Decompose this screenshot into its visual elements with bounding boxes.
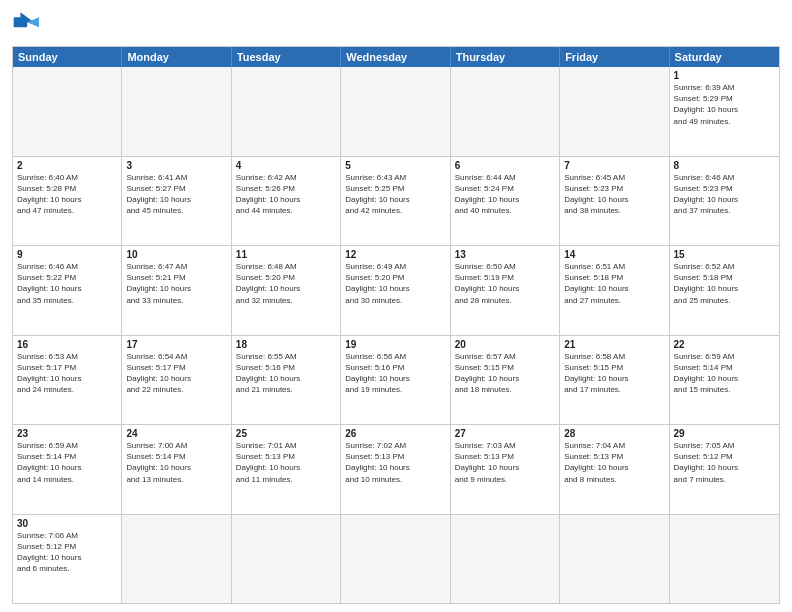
day-info: Sunrise: 6:57 AM Sunset: 5:15 PM Dayligh… xyxy=(455,351,555,396)
calendar-cell: 1Sunrise: 6:39 AM Sunset: 5:29 PM Daylig… xyxy=(670,67,779,156)
calendar-cell xyxy=(560,515,669,604)
calendar-cell xyxy=(122,515,231,604)
calendar-cell: 17Sunrise: 6:54 AM Sunset: 5:17 PM Dayli… xyxy=(122,336,231,425)
header-day-thursday: Thursday xyxy=(451,47,560,67)
calendar: SundayMondayTuesdayWednesdayThursdayFrid… xyxy=(12,46,780,604)
day-number: 16 xyxy=(17,339,117,350)
day-info: Sunrise: 7:05 AM Sunset: 5:12 PM Dayligh… xyxy=(674,440,775,485)
calendar-cell: 18Sunrise: 6:55 AM Sunset: 5:16 PM Dayli… xyxy=(232,336,341,425)
calendar-row-2: 9Sunrise: 6:46 AM Sunset: 5:22 PM Daylig… xyxy=(13,245,779,335)
day-number: 18 xyxy=(236,339,336,350)
calendar-cell: 5Sunrise: 6:43 AM Sunset: 5:25 PM Daylig… xyxy=(341,157,450,246)
day-info: Sunrise: 6:41 AM Sunset: 5:27 PM Dayligh… xyxy=(126,172,226,217)
calendar-cell: 30Sunrise: 7:06 AM Sunset: 5:12 PM Dayli… xyxy=(13,515,122,604)
day-number: 29 xyxy=(674,428,775,439)
header xyxy=(12,10,780,38)
calendar-cell: 12Sunrise: 6:49 AM Sunset: 5:20 PM Dayli… xyxy=(341,246,450,335)
day-info: Sunrise: 6:49 AM Sunset: 5:20 PM Dayligh… xyxy=(345,261,445,306)
calendar-cell: 20Sunrise: 6:57 AM Sunset: 5:15 PM Dayli… xyxy=(451,336,560,425)
calendar-cell: 3Sunrise: 6:41 AM Sunset: 5:27 PM Daylig… xyxy=(122,157,231,246)
calendar-cell: 23Sunrise: 6:59 AM Sunset: 5:14 PM Dayli… xyxy=(13,425,122,514)
day-number: 24 xyxy=(126,428,226,439)
calendar-cell xyxy=(341,515,450,604)
calendar-cell: 29Sunrise: 7:05 AM Sunset: 5:12 PM Dayli… xyxy=(670,425,779,514)
calendar-cell: 26Sunrise: 7:02 AM Sunset: 5:13 PM Dayli… xyxy=(341,425,450,514)
day-number: 21 xyxy=(564,339,664,350)
day-number: 13 xyxy=(455,249,555,260)
day-info: Sunrise: 6:44 AM Sunset: 5:24 PM Dayligh… xyxy=(455,172,555,217)
day-info: Sunrise: 6:59 AM Sunset: 5:14 PM Dayligh… xyxy=(674,351,775,396)
day-info: Sunrise: 6:47 AM Sunset: 5:21 PM Dayligh… xyxy=(126,261,226,306)
calendar-cell: 4Sunrise: 6:42 AM Sunset: 5:26 PM Daylig… xyxy=(232,157,341,246)
day-info: Sunrise: 6:48 AM Sunset: 5:20 PM Dayligh… xyxy=(236,261,336,306)
calendar-cell: 11Sunrise: 6:48 AM Sunset: 5:20 PM Dayli… xyxy=(232,246,341,335)
day-info: Sunrise: 6:45 AM Sunset: 5:23 PM Dayligh… xyxy=(564,172,664,217)
day-info: Sunrise: 6:53 AM Sunset: 5:17 PM Dayligh… xyxy=(17,351,117,396)
calendar-cell: 14Sunrise: 6:51 AM Sunset: 5:18 PM Dayli… xyxy=(560,246,669,335)
day-number: 2 xyxy=(17,160,117,171)
calendar-cell: 28Sunrise: 7:04 AM Sunset: 5:13 PM Dayli… xyxy=(560,425,669,514)
header-day-monday: Monday xyxy=(122,47,231,67)
day-number: 10 xyxy=(126,249,226,260)
calendar-row-3: 16Sunrise: 6:53 AM Sunset: 5:17 PM Dayli… xyxy=(13,335,779,425)
day-number: 11 xyxy=(236,249,336,260)
calendar-cell xyxy=(560,67,669,156)
day-info: Sunrise: 6:55 AM Sunset: 5:16 PM Dayligh… xyxy=(236,351,336,396)
day-number: 19 xyxy=(345,339,445,350)
logo xyxy=(12,10,48,38)
calendar-cell: 21Sunrise: 6:58 AM Sunset: 5:15 PM Dayli… xyxy=(560,336,669,425)
calendar-row-1: 2Sunrise: 6:40 AM Sunset: 5:28 PM Daylig… xyxy=(13,156,779,246)
header-day-friday: Friday xyxy=(560,47,669,67)
calendar-cell xyxy=(451,67,560,156)
day-number: 20 xyxy=(455,339,555,350)
header-day-tuesday: Tuesday xyxy=(232,47,341,67)
calendar-cell xyxy=(13,67,122,156)
day-number: 14 xyxy=(564,249,664,260)
day-info: Sunrise: 6:46 AM Sunset: 5:23 PM Dayligh… xyxy=(674,172,775,217)
day-number: 22 xyxy=(674,339,775,350)
day-info: Sunrise: 6:39 AM Sunset: 5:29 PM Dayligh… xyxy=(674,82,775,127)
day-number: 4 xyxy=(236,160,336,171)
day-info: Sunrise: 6:54 AM Sunset: 5:17 PM Dayligh… xyxy=(126,351,226,396)
day-number: 28 xyxy=(564,428,664,439)
calendar-cell: 6Sunrise: 6:44 AM Sunset: 5:24 PM Daylig… xyxy=(451,157,560,246)
day-info: Sunrise: 6:51 AM Sunset: 5:18 PM Dayligh… xyxy=(564,261,664,306)
day-number: 1 xyxy=(674,70,775,81)
calendar-row-0: 1Sunrise: 6:39 AM Sunset: 5:29 PM Daylig… xyxy=(13,67,779,156)
day-info: Sunrise: 6:43 AM Sunset: 5:25 PM Dayligh… xyxy=(345,172,445,217)
page: SundayMondayTuesdayWednesdayThursdayFrid… xyxy=(0,0,792,612)
day-info: Sunrise: 6:56 AM Sunset: 5:16 PM Dayligh… xyxy=(345,351,445,396)
day-info: Sunrise: 6:58 AM Sunset: 5:15 PM Dayligh… xyxy=(564,351,664,396)
calendar-cell: 9Sunrise: 6:46 AM Sunset: 5:22 PM Daylig… xyxy=(13,246,122,335)
calendar-body: 1Sunrise: 6:39 AM Sunset: 5:29 PM Daylig… xyxy=(13,67,779,603)
calendar-cell xyxy=(670,515,779,604)
calendar-cell: 7Sunrise: 6:45 AM Sunset: 5:23 PM Daylig… xyxy=(560,157,669,246)
calendar-row-4: 23Sunrise: 6:59 AM Sunset: 5:14 PM Dayli… xyxy=(13,424,779,514)
day-info: Sunrise: 6:42 AM Sunset: 5:26 PM Dayligh… xyxy=(236,172,336,217)
calendar-cell: 22Sunrise: 6:59 AM Sunset: 5:14 PM Dayli… xyxy=(670,336,779,425)
calendar-cell xyxy=(341,67,450,156)
day-info: Sunrise: 7:04 AM Sunset: 5:13 PM Dayligh… xyxy=(564,440,664,485)
calendar-cell: 2Sunrise: 6:40 AM Sunset: 5:28 PM Daylig… xyxy=(13,157,122,246)
day-info: Sunrise: 6:52 AM Sunset: 5:18 PM Dayligh… xyxy=(674,261,775,306)
day-info: Sunrise: 6:46 AM Sunset: 5:22 PM Dayligh… xyxy=(17,261,117,306)
calendar-cell: 10Sunrise: 6:47 AM Sunset: 5:21 PM Dayli… xyxy=(122,246,231,335)
day-number: 5 xyxy=(345,160,445,171)
day-number: 7 xyxy=(564,160,664,171)
day-number: 25 xyxy=(236,428,336,439)
calendar-header: SundayMondayTuesdayWednesdayThursdayFrid… xyxy=(13,47,779,67)
day-number: 6 xyxy=(455,160,555,171)
day-number: 3 xyxy=(126,160,226,171)
day-info: Sunrise: 7:03 AM Sunset: 5:13 PM Dayligh… xyxy=(455,440,555,485)
calendar-cell: 25Sunrise: 7:01 AM Sunset: 5:13 PM Dayli… xyxy=(232,425,341,514)
day-info: Sunrise: 6:40 AM Sunset: 5:28 PM Dayligh… xyxy=(17,172,117,217)
day-info: Sunrise: 6:50 AM Sunset: 5:19 PM Dayligh… xyxy=(455,261,555,306)
calendar-cell: 15Sunrise: 6:52 AM Sunset: 5:18 PM Dayli… xyxy=(670,246,779,335)
day-number: 30 xyxy=(17,518,117,529)
day-number: 27 xyxy=(455,428,555,439)
calendar-cell xyxy=(232,67,341,156)
day-info: Sunrise: 7:06 AM Sunset: 5:12 PM Dayligh… xyxy=(17,530,117,575)
header-day-wednesday: Wednesday xyxy=(341,47,450,67)
calendar-cell xyxy=(451,515,560,604)
logo-icon xyxy=(12,10,44,38)
